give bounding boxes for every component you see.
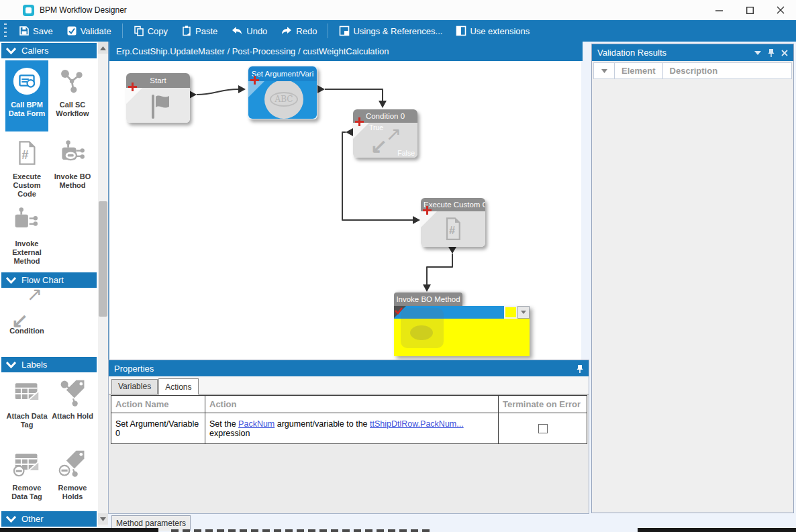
toolbar-grip[interactable] (4, 23, 7, 38)
paste-button[interactable]: Paste (175, 20, 224, 42)
toolbox-item-remove-data-tag[interactable]: Remove Data Tag (5, 449, 48, 501)
sidebar-scrollbar[interactable] (98, 42, 108, 527)
section-header-labels[interactable]: Labels (1, 357, 97, 372)
toolbox-item-call-sc-workflow[interactable]: Call SC Workflow (51, 66, 94, 118)
section-label: Callers (21, 46, 48, 56)
redo-button[interactable]: Redo (274, 20, 324, 42)
terminate-checkbox[interactable] (538, 424, 548, 433)
maximize-button[interactable] (734, 0, 765, 20)
table-header-row: Action Name Action Terminate on Error (111, 396, 587, 413)
dropdown-button[interactable] (517, 306, 530, 319)
node-invoke-bo[interactable] (394, 306, 530, 356)
toolbar-separator (122, 23, 123, 38)
add-marker-icon[interactable] (423, 206, 432, 215)
toolbox-item-attach-data-tag[interactable]: Attach Data Tag (5, 377, 48, 429)
add-marker-icon[interactable] (250, 76, 259, 85)
node-condition[interactable]: Condition 0 True False ↗↙ (353, 109, 417, 158)
condition-icon: ↗↙ (11, 292, 42, 323)
minimize-button[interactable] (703, 0, 734, 20)
column-description[interactable]: Description (663, 66, 725, 76)
svg-text:#: # (21, 148, 28, 162)
column-terminate: Terminate on Error (499, 396, 587, 413)
title-bar: BPM Workflow Designer (0, 0, 796, 20)
redo-icon (281, 26, 293, 36)
item-label: Remove Holds (58, 484, 87, 500)
node-set-argument[interactable]: Set Argument/Vari ABC (248, 66, 317, 119)
section-header-other[interactable]: Other (1, 511, 97, 527)
node-start[interactable]: Start (126, 73, 190, 123)
close-icon (777, 6, 785, 14)
validate-label: Validate (81, 26, 111, 36)
node-title: Invoke BO Method (396, 295, 460, 303)
window-position-icon[interactable] (754, 51, 761, 55)
add-marker-icon[interactable] (355, 117, 364, 126)
toolbox-item-execute-custom-code[interactable]: # Execute Custom Code (5, 138, 48, 199)
undo-button[interactable]: Undo (224, 20, 274, 42)
main-toolbar: Save Validate Copy Paste Undo Redo Using… (0, 20, 796, 42)
copy-label: Copy (148, 26, 168, 36)
scroll-thumb[interactable] (99, 201, 107, 317)
use-extensions-button[interactable]: Use extensions (449, 20, 536, 42)
chevron-down-icon (6, 48, 16, 54)
window-title: BPM Workflow Designer (40, 5, 127, 15)
tab-variables[interactable]: Variables (111, 379, 158, 394)
toolbox-item-invoke-external-method[interactable]: Invoke External Method (5, 205, 48, 266)
chevron-down-icon (521, 311, 526, 314)
usings-references-button[interactable]: Usings & References... (332, 20, 449, 42)
undo-icon (231, 26, 243, 36)
copy-button[interactable]: Copy (127, 20, 175, 42)
add-marker-icon[interactable] (128, 83, 137, 91)
toolbox-item-attach-hold[interactable]: Attach Hold (51, 377, 94, 421)
properties-title: Properties (114, 364, 154, 374)
use-extensions-icon (456, 25, 466, 36)
bottom-edge-left (0, 528, 158, 532)
ttshipdtlrow-link[interactable]: ttShipDtlRow.PackNum... (370, 419, 464, 429)
filter-dropdown-button[interactable] (594, 69, 614, 73)
scroll-up-button[interactable] (98, 42, 108, 54)
section-header-callers[interactable]: Callers (1, 43, 97, 58)
validate-icon (66, 25, 77, 36)
scroll-down-button[interactable] (98, 513, 108, 525)
validation-column-headers: Element Description (593, 62, 792, 79)
close-button[interactable] (765, 0, 796, 20)
pin-icon[interactable] (768, 48, 775, 57)
validate-button[interactable]: Validate (60, 20, 118, 42)
validation-title: Validation Results (597, 48, 666, 58)
packnum-link[interactable]: PackNum (238, 419, 275, 429)
item-label: Call SC Workflow (56, 101, 89, 117)
section-label: Other (21, 514, 44, 524)
arrow-up-icon (100, 46, 106, 50)
toolbox-item-remove-holds[interactable]: Remove Holds (51, 449, 94, 501)
flag-icon (145, 92, 175, 121)
app-logo-icon (23, 5, 34, 16)
bpm-data-form-icon (11, 66, 42, 97)
tab-actions[interactable]: Actions (158, 378, 198, 394)
workflow-canvas[interactable]: Erp.CustShip.UpdateMaster / Post-Process… (108, 42, 581, 360)
paste-icon (181, 25, 192, 36)
properties-header[interactable]: Properties (109, 360, 589, 376)
validation-header[interactable]: Validation Results (592, 44, 793, 61)
abc-text: ABC (270, 92, 299, 107)
toolbox-item-invoke-bo-method[interactable]: Invoke BO Method (51, 138, 94, 190)
invoke-external-icon (11, 205, 42, 235)
clipped-content-sliver (171, 529, 433, 532)
toolbox-item-call-bpm-data-form[interactable]: Call BPM Data Form (5, 60, 48, 131)
app-window: BPM Workflow Designer Save Validate C (0, 0, 796, 532)
pin-icon[interactable] (577, 364, 583, 373)
node-execute-custom-code[interactable]: Execute Custom Co # (421, 198, 485, 247)
usings-references-label: Usings & References... (353, 26, 442, 36)
item-label: Attach Hold (52, 412, 93, 420)
section-header-flow-chart[interactable]: Flow Chart (1, 272, 97, 288)
node-invoke-bo-title-tab[interactable]: Invoke BO Method (394, 292, 462, 306)
save-button[interactable]: Save (12, 20, 60, 42)
selected-cell[interactable] (504, 306, 517, 319)
custom-code-icon: # (11, 138, 42, 168)
table-row[interactable]: Set Argument/Variable 0 Set the PackNum … (111, 413, 587, 444)
item-label: Invoke External Method (12, 240, 41, 265)
column-element[interactable]: Element (615, 66, 662, 76)
invoke-bo-ghost-icon (401, 308, 444, 348)
item-label: Execute Custom Code (13, 172, 41, 198)
sc-workflow-icon (57, 66, 88, 97)
close-icon[interactable] (781, 50, 788, 56)
toolbox-item-condition[interactable]: ↗↙ Condition (5, 292, 48, 335)
